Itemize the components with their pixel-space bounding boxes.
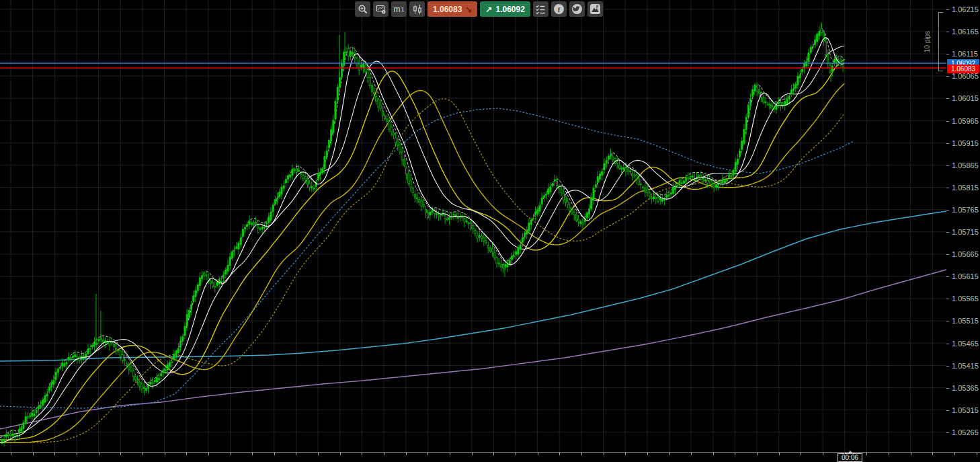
pips-scale-indicator: 10 pips	[930, 12, 943, 71]
time-axis-tick	[604, 453, 604, 455]
chart-toolbar: m1 1.06083 ↘ ↗ 1.06092	[355, 1, 603, 17]
time-axis-tick	[516, 453, 516, 455]
time-axis-tick	[472, 453, 473, 455]
candlestick-type-icon	[412, 4, 423, 15]
price-axis-tick	[946, 254, 949, 255]
price-axis-label: 1.05515	[952, 317, 979, 325]
time-axis-tick	[99, 453, 99, 455]
time-axis-tick	[735, 453, 735, 455]
price-axis-label: 1.05815	[952, 184, 979, 192]
price-axis-label: 1.05365	[952, 384, 979, 392]
zoom-button[interactable]	[355, 1, 370, 17]
time-axis-tick	[647, 453, 648, 455]
indicators-list-icon	[535, 4, 546, 15]
time-axis-tick	[54, 453, 55, 455]
svg-text:f: f	[558, 5, 561, 13]
price-axis-label: 1.05915	[952, 139, 979, 147]
buy-price-label: 1.06092	[496, 5, 525, 14]
pips-scale-label: 10 pips	[923, 31, 930, 52]
price-axis-label: 1.05565	[952, 295, 979, 303]
chartshot-icon	[589, 3, 601, 15]
time-axis-tick	[165, 453, 165, 455]
sell-price-label: 1.06083	[433, 5, 462, 14]
time-axis-tick	[120, 453, 121, 455]
price-axis-tick	[946, 54, 949, 54]
price-axis-label: 1.06065	[952, 72, 979, 80]
magnifier-plus-icon	[358, 4, 368, 15]
price-axis-tick	[946, 232, 949, 233]
time-axis-tick	[669, 453, 670, 455]
time-axis-tick	[231, 453, 231, 455]
time-axis-tick	[932, 453, 933, 455]
buy-arrow-icon: ↗	[485, 5, 492, 14]
share-facebook-button[interactable]: f	[551, 1, 567, 17]
price-axis-tick	[946, 321, 949, 321]
time-axis-tick	[252, 453, 253, 455]
time-axis-tick	[33, 453, 34, 455]
timeframe-button[interactable]: m1	[391, 1, 407, 17]
price-axis-label: 1.06115	[952, 50, 978, 58]
time-axis-tick	[318, 453, 319, 455]
chart-settings-icon	[376, 4, 386, 15]
time-axis-tick	[538, 453, 538, 455]
price-axis-tick	[946, 388, 949, 389]
share-twitter-button[interactable]	[569, 1, 585, 17]
price-axis-label: 1.05865	[952, 161, 979, 169]
price-axis-label: 1.05765	[952, 206, 979, 214]
price-axis-label: 1.05415	[952, 362, 979, 370]
candlestick-series	[1, 22, 844, 446]
time-axis-tick	[493, 453, 494, 455]
price-axis-tick	[946, 9, 949, 10]
price-axis-label: 1.05315	[952, 406, 979, 414]
chart-settings-button[interactable]	[373, 1, 389, 17]
price-axis-tick	[946, 210, 949, 210]
ma-white-slow	[0, 46, 844, 436]
price-axis-label: 1.06215	[952, 5, 979, 13]
time-axis-tick	[77, 453, 77, 455]
ma-purple-long	[0, 270, 946, 429]
price-axis-label: 1.05465	[952, 340, 979, 348]
buy-button[interactable]: ↗ 1.06092	[480, 1, 530, 17]
price-axis-tick	[946, 299, 949, 299]
indicators-button[interactable]	[533, 1, 548, 17]
bid-price-marker: 1.06083	[947, 65, 979, 73]
timeframe-period: 1	[401, 6, 404, 13]
price-axis-label: 1.05715	[952, 228, 979, 236]
price-chart-canvas[interactable]	[0, 0, 980, 462]
ma-yellow-dotted	[0, 99, 844, 442]
price-axis-tick	[946, 410, 949, 411]
price-axis-label: 1.06165	[952, 28, 979, 36]
price-axis-tick	[946, 276, 949, 277]
time-axis-tick	[559, 453, 560, 455]
price-axis-tick	[946, 165, 949, 166]
time-axis-tick	[977, 453, 977, 455]
time-axis-tick	[296, 453, 296, 455]
time-axis-tick	[691, 453, 692, 455]
sell-arrow-icon: ↘	[465, 5, 472, 14]
price-axis-tick	[946, 344, 949, 344]
price-axis-tick	[946, 32, 949, 32]
time-axis-line	[0, 452, 980, 453]
ma-blue-dotted	[0, 108, 854, 408]
time-axis-tick	[384, 453, 384, 455]
price-axis-tick	[946, 76, 949, 77]
time-axis-tick	[362, 453, 362, 455]
pips-scale-bracket	[938, 12, 943, 71]
time-axis-tick	[625, 453, 626, 455]
price-axis-tick	[946, 98, 949, 99]
time-axis-tick	[450, 453, 450, 455]
price-axis-label: 1.05965	[952, 117, 979, 125]
price-axis-label: 1.05265	[952, 428, 979, 436]
price-axis-label: 1.05615	[952, 272, 979, 280]
price-axis-tick	[946, 143, 949, 144]
time-axis-tick	[406, 453, 407, 455]
chartshot-button[interactable]	[587, 1, 603, 17]
time-axis-tick	[581, 453, 582, 455]
price-axis-tick	[946, 188, 949, 188]
time-axis-tick	[866, 453, 867, 455]
time-axis-tick	[427, 453, 428, 455]
chart-type-button[interactable]	[409, 1, 425, 17]
time-axis-tick	[779, 453, 780, 455]
trading-platform-window: 1.062151.061651.061151.060651.060151.059…	[0, 0, 980, 462]
sell-button[interactable]: 1.06083 ↘	[427, 1, 477, 17]
